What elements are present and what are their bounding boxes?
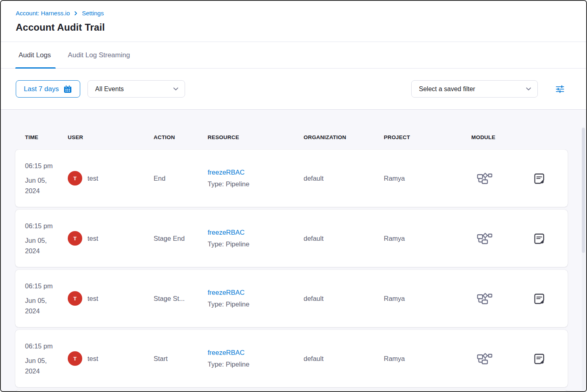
row-project: Ramya (384, 235, 471, 242)
event-summary-button[interactable] (533, 232, 545, 245)
row-organization: default (304, 175, 384, 182)
notes-icon (533, 292, 545, 305)
row-user: T test (68, 171, 154, 186)
date-range-label: Last 7 days (24, 85, 59, 93)
resource-type: Type: Pipeline (208, 180, 250, 188)
resource-link[interactable]: freezeRBAC (208, 349, 304, 357)
user-name: test (87, 235, 98, 242)
resource-link[interactable]: freezeRBAC (208, 229, 304, 236)
row-module (471, 292, 533, 305)
table-row: 06:15 pm Jun 05, 2024 T test Stage End f… (15, 210, 568, 267)
breadcrumb-account-link[interactable]: Account: Harness.io (16, 10, 70, 17)
row-organization: default (304, 355, 384, 363)
column-header-resource: RESOURCE (208, 134, 304, 140)
row-time: 06:15 pm Jun 05, 2024 (25, 281, 68, 316)
page-title: Account Audit Trail (16, 22, 586, 33)
pipeline-icon (471, 352, 492, 365)
table-header-row: TIME USER ACTION RESOURCE ORGANIZATION P… (15, 134, 568, 140)
audit-trail-page: Account: Harness.io Settings Account Aud… (0, 0, 587, 392)
row-project: Ramya (384, 355, 471, 363)
avatar: T (68, 291, 82, 306)
avatar: T (68, 231, 82, 246)
column-header-time: TIME (25, 134, 68, 140)
notes-icon (533, 232, 545, 245)
table-row: 06:15 pm Jun 05, 2024 T test Stage St...… (15, 270, 568, 327)
column-header-organization: ORGANIZATION (304, 134, 384, 140)
date-range-button[interactable]: Last 7 days (16, 80, 80, 98)
filter-settings-button[interactable] (553, 82, 567, 96)
tab-audit-log-streaming[interactable]: Audit Log Streaming (66, 42, 131, 68)
row-module (471, 172, 533, 185)
resource-type: Type: Pipeline (208, 300, 250, 308)
breadcrumb-settings-link[interactable]: Settings (82, 10, 104, 17)
row-time: 06:15 pm Jun 05, 2024 (25, 341, 68, 376)
filter-right-group: Select a saved filter (411, 80, 567, 98)
filter-left-group: Last 7 days All Event (16, 80, 185, 98)
audit-rows: 06:15 pm Jun 05, 2024 T test End freezeR… (15, 150, 568, 387)
saved-filter-value: Select a saved filter (419, 85, 475, 93)
column-header-action: ACTION (154, 134, 208, 140)
row-action: Start (154, 355, 208, 363)
row-module (471, 232, 533, 245)
row-action: Stage End (154, 235, 208, 242)
chevron-right-icon (74, 11, 78, 16)
tab-audit-logs[interactable]: Audit Logs (17, 42, 52, 68)
filter-bar: Last 7 days All Event (1, 69, 586, 110)
event-summary-button[interactable] (533, 292, 545, 305)
events-filter-value: All Events (95, 85, 124, 93)
row-user: T test (68, 351, 154, 366)
audit-table: TIME USER ACTION RESOURCE ORGANIZATION P… (1, 110, 586, 391)
event-summary-button[interactable] (533, 172, 545, 185)
resource-type: Type: Pipeline (208, 240, 250, 248)
row-user: T test (68, 231, 154, 246)
column-header-module: MODULE (471, 134, 533, 140)
scrollbar-thumb[interactable] (582, 128, 585, 253)
vertical-scrollbar[interactable] (582, 127, 585, 390)
avatar: T (68, 171, 82, 186)
resource-type: Type: Pipeline (208, 361, 250, 368)
column-header-user: USER (68, 134, 154, 140)
pipeline-icon (471, 232, 492, 245)
row-organization: default (304, 295, 384, 302)
table-row: 06:15 pm Jun 05, 2024 T test Start freez… (15, 330, 568, 387)
row-action: End (154, 175, 208, 182)
row-time: 06:15 pm Jun 05, 2024 (25, 161, 68, 196)
saved-filter-select[interactable]: Select a saved filter (411, 80, 538, 98)
avatar: T (68, 351, 82, 366)
row-organization: default (304, 235, 384, 242)
sliders-icon (555, 84, 565, 94)
page-header: Account: Harness.io Settings Account Aud… (1, 1, 586, 42)
user-name: test (87, 355, 98, 363)
breadcrumb: Account: Harness.io Settings (16, 10, 586, 17)
row-module (471, 352, 533, 365)
row-resource: freezeRBAC Type: Pipeline (208, 229, 304, 248)
table-row: 06:15 pm Jun 05, 2024 T test End freezeR… (15, 150, 568, 207)
chevron-down-icon (526, 87, 531, 91)
events-filter-select[interactable]: All Events (87, 80, 185, 98)
chevron-down-icon (173, 87, 179, 91)
user-name: test (87, 175, 98, 182)
pipeline-icon (471, 292, 492, 305)
row-resource: freezeRBAC Type: Pipeline (208, 349, 304, 368)
event-summary-button[interactable] (533, 352, 545, 365)
user-name: test (87, 295, 98, 302)
column-header-project: PROJECT (384, 134, 471, 140)
row-time: 06:15 pm Jun 05, 2024 (25, 221, 68, 256)
table-row-partial (15, 390, 568, 391)
notes-icon (533, 352, 545, 365)
row-project: Ramya (384, 295, 471, 302)
resource-link[interactable]: freezeRBAC (208, 289, 304, 296)
row-resource: freezeRBAC Type: Pipeline (208, 289, 304, 308)
resource-link[interactable]: freezeRBAC (208, 169, 304, 176)
row-resource: freezeRBAC Type: Pipeline (208, 169, 304, 188)
row-user: T test (68, 291, 154, 306)
tab-bar: Audit Logs Audit Log Streaming (1, 42, 586, 69)
calendar-icon (63, 85, 72, 94)
row-action: Stage St... (154, 295, 208, 302)
pipeline-icon (471, 172, 492, 185)
notes-icon (533, 172, 545, 185)
row-project: Ramya (384, 175, 471, 182)
